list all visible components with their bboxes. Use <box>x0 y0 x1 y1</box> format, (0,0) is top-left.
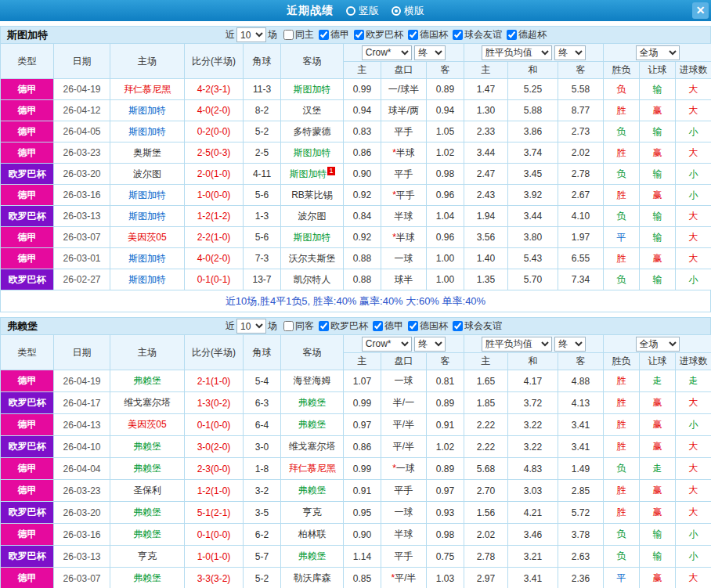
away-team-link[interactable]: 斯图加特 <box>281 79 344 100</box>
home-team-link[interactable]: 维戈塞尔塔 <box>110 392 185 414</box>
league-filter-checkbox[interactable] <box>453 30 463 40</box>
league-filter-checkbox[interactable] <box>373 321 383 331</box>
result-cell: 负 <box>604 269 640 290</box>
column-header-score: 比分(半场) <box>185 44 244 79</box>
corner-cell: 1-3 <box>244 206 281 227</box>
away-team-link[interactable]: 弗赖堡 <box>281 546 344 568</box>
handicap-result-cell: 输 <box>640 206 676 227</box>
away-team-link[interactable]: 汉堡 <box>281 100 344 121</box>
league-filter-checkbox[interactable] <box>283 30 294 40</box>
home-team-link[interactable]: 弗赖堡 <box>110 524 185 546</box>
away-team-link[interactable]: 斯图加特 <box>281 142 344 164</box>
score-cell: 1-2(1-2) <box>185 206 244 227</box>
home-team-link[interactable]: 波尔图 <box>110 164 185 185</box>
away-team-link[interactable]: 拜仁慕尼黑 <box>281 458 344 480</box>
away-team-link[interactable]: 弗赖堡 <box>281 392 344 414</box>
league-filter[interactable]: 德超杯 <box>507 28 547 41</box>
ah-away-odds: 0.89 <box>427 392 464 414</box>
odds-company-select[interactable]: Crow* <box>362 337 412 352</box>
away-team-link[interactable]: 波尔图 <box>281 206 344 227</box>
league-filter[interactable]: 欧罗巴杯 <box>319 319 368 333</box>
league-filter[interactable]: 同客 <box>283 319 314 333</box>
euro-avg-select[interactable]: 胜平负均值 <box>482 337 552 352</box>
odds-company-select[interactable]: Crow* <box>362 45 412 60</box>
home-team-link[interactable]: 弗赖堡 <box>110 502 185 524</box>
eu-draw-odds: 5.43 <box>508 248 558 269</box>
eu-away-odds: 6.55 <box>558 248 604 269</box>
layout-horizontal-radio[interactable]: 横版 <box>392 4 424 18</box>
home-team-link[interactable]: 斯图加特 <box>110 248 185 269</box>
away-team-link[interactable]: RB莱比锡 <box>281 185 344 206</box>
euro-avg-select[interactable]: 胜平负均值 <box>482 45 552 60</box>
away-team-link[interactable]: 维戈塞尔塔 <box>281 436 344 458</box>
home-team-link[interactable]: 斯图加特 <box>110 185 185 206</box>
league-filter[interactable]: 球会友谊 <box>453 28 502 41</box>
league-filter[interactable]: 德国杯 <box>408 319 448 333</box>
home-team-link[interactable]: 斯图加特 <box>110 100 185 121</box>
away-team-link[interactable]: 弗赖堡 <box>281 480 344 502</box>
home-team-link[interactable]: 弗赖堡 <box>110 568 185 588</box>
league-filter[interactable]: 德甲 <box>319 28 349 41</box>
home-team-link[interactable]: 斯图加特 <box>110 121 185 142</box>
layout-vertical-radio[interactable]: 竖版 <box>346 4 379 18</box>
league-filter[interactable]: 球会友谊 <box>453 319 502 333</box>
home-team-link[interactable]: 奥斯堡 <box>110 142 185 164</box>
league-filter-checkbox[interactable] <box>453 321 463 331</box>
away-team-link[interactable]: 弗赖堡 <box>281 414 344 436</box>
league-filter[interactable]: 德甲 <box>373 319 403 333</box>
league-filter-checkbox[interactable] <box>283 321 294 331</box>
eu-away-odds: 3.41 <box>558 414 604 436</box>
home-team-link[interactable]: 美因茨05 <box>110 227 185 248</box>
away-team-link[interactable]: 勒沃库森 <box>281 568 344 588</box>
league-filter[interactable]: 欧罗巴杯 <box>354 28 403 41</box>
asian-final-select[interactable]: 终 <box>414 45 446 60</box>
match-row: 德甲26-04-12斯图加特4-0(2-0)8-2汉堡0.94球半/两0.941… <box>1 100 711 121</box>
league-filter-checkbox[interactable] <box>319 321 329 331</box>
close-button[interactable]: ✕ <box>692 2 709 19</box>
league-filter-checkbox[interactable] <box>408 321 418 331</box>
home-team-link[interactable]: 圣保利 <box>110 480 185 502</box>
home-team-link[interactable]: 弗赖堡 <box>110 370 185 392</box>
league-filter[interactable]: 同主 <box>283 28 314 41</box>
goals-result-cell: 小 <box>676 546 711 568</box>
ah-home-odds: 0.83 <box>344 121 381 142</box>
euro-final-select[interactable]: 终 <box>554 337 586 352</box>
home-team-link[interactable]: 美因茨05 <box>110 414 185 436</box>
league-filter-label: 球会友谊 <box>464 319 502 333</box>
scope-select[interactable]: 全场 <box>636 337 680 352</box>
home-team-link[interactable]: 斯图加特 <box>110 269 185 290</box>
result-cell: 平 <box>604 227 640 248</box>
eu-draw-odds: 3.03 <box>508 480 558 502</box>
league-badge: 欧罗巴杯 <box>1 392 54 414</box>
match-row: 德甲26-04-19弗赖堡2-1(1-0)5-4海登海姆1.07一球0.811.… <box>1 370 711 392</box>
home-team-link[interactable]: 斯图加特 <box>110 206 185 227</box>
away-team-link[interactable]: 多特蒙德 <box>281 121 344 142</box>
ah-handicap: 一球 <box>381 502 427 524</box>
away-team-link[interactable]: 柏林联 <box>281 524 344 546</box>
away-team-link[interactable]: 凯尔特人 <box>281 269 344 290</box>
home-team-link[interactable]: 亨克 <box>110 546 185 568</box>
league-filter-checkbox[interactable] <box>408 30 418 40</box>
corner-cell: 3-5 <box>244 502 281 524</box>
away-team-link[interactable]: 沃尔夫斯堡 <box>281 248 344 269</box>
home-team-link[interactable]: 拜仁慕尼黑 <box>110 79 185 100</box>
league-filter-checkbox[interactable] <box>354 30 364 40</box>
league-filter[interactable]: 德国杯 <box>408 28 448 41</box>
away-team-link[interactable]: 海登海姆 <box>281 370 344 392</box>
asian-final-select[interactable]: 终 <box>414 337 446 352</box>
league-filter-checkbox[interactable] <box>507 30 517 40</box>
eu-away-odds: 2.78 <box>558 164 604 185</box>
home-team-link[interactable]: 弗赖堡 <box>110 436 185 458</box>
match-count-select[interactable]: 10 <box>236 27 266 42</box>
away-team-link[interactable]: 斯图加特1 <box>281 164 344 185</box>
goals-result-cell: 大 <box>676 458 711 480</box>
subheader-eu-away: 客 <box>558 353 604 370</box>
away-team-link[interactable]: 亨克 <box>281 502 344 524</box>
home-team-link[interactable]: 弗赖堡 <box>110 458 185 480</box>
result-scope-group-header: 全场 <box>604 335 711 353</box>
away-team-link[interactable]: 斯图加特 <box>281 227 344 248</box>
match-count-select[interactable]: 10 <box>236 319 266 334</box>
scope-select[interactable]: 全场 <box>636 45 680 60</box>
league-filter-checkbox[interactable] <box>319 30 329 40</box>
euro-final-select[interactable]: 终 <box>554 45 586 60</box>
